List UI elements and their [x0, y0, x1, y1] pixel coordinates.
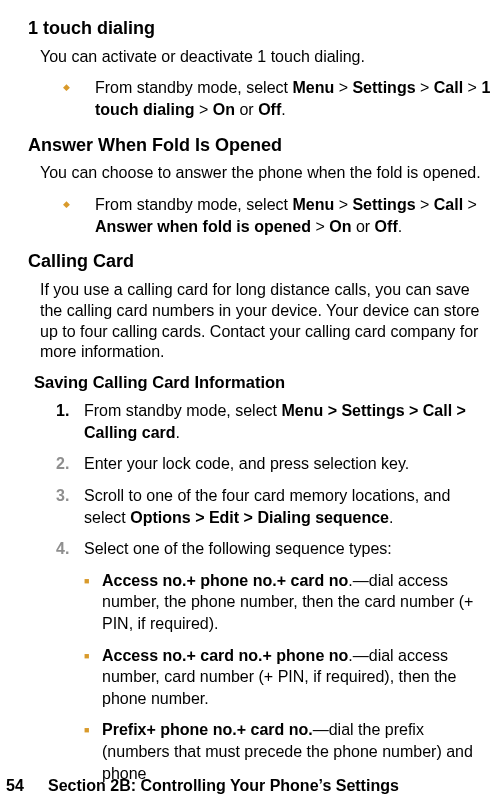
intro-1-touch: You can activate or deactivate 1 touch d… — [40, 47, 492, 68]
step-3: 3. Scroll to one of the four card memory… — [28, 485, 492, 528]
step-text: Scroll to one of the four card memory lo… — [84, 485, 492, 528]
square-icon: ■ — [84, 645, 102, 661]
square-icon: ■ — [84, 719, 102, 735]
heading-answer-fold: Answer When Fold Is Opened — [28, 135, 492, 156]
seq-option-b: ■ Access no.+ card no.+ phone no.—dial a… — [28, 645, 492, 710]
seq-option-a: ■ Access no.+ phone no.+ card no.—dial a… — [28, 570, 492, 635]
seq-text: Access no.+ card no.+ phone no.—dial acc… — [102, 645, 492, 710]
step-text: From standby mode, select Menu > Setting… — [84, 400, 492, 443]
step-number: 4. — [56, 538, 84, 560]
step-number: 1. — [56, 400, 84, 422]
page-number: 54 — [0, 777, 48, 795]
step-answer-fold: ◆ From standby mode, select Menu > Setti… — [28, 194, 492, 237]
seq-text: Prefix+ phone no.+ card no.—dial the pre… — [102, 719, 492, 784]
intro-answer-fold: You can choose to answer the phone when … — [40, 163, 492, 184]
step-text: From standby mode, select Menu > Setting… — [95, 77, 492, 120]
step-number: 3. — [56, 485, 84, 507]
seq-option-c: ■ Prefix+ phone no.+ card no.—dial the p… — [28, 719, 492, 784]
step-2: 2. Enter your lock code, and press selec… — [28, 453, 492, 475]
step-1-touch: ◆ From standby mode, select Menu > Setti… — [28, 77, 492, 120]
step-text: Enter your lock code, and press selectio… — [84, 453, 492, 475]
step-number: 2. — [56, 453, 84, 475]
footer-section-title: Section 2B: Controlling Your Phone’s Set… — [48, 777, 399, 795]
step-1: 1. From standby mode, select Menu > Sett… — [28, 400, 492, 443]
heading-calling-card: Calling Card — [28, 251, 492, 272]
seq-text: Access no.+ phone no.+ card no.—dial acc… — [102, 570, 492, 635]
page-footer: 54 Section 2B: Controlling Your Phone’s … — [0, 777, 502, 795]
step-text: Select one of the following sequence typ… — [84, 538, 492, 560]
heading-1-touch-dialing: 1 touch dialing — [28, 18, 492, 39]
square-icon: ■ — [84, 570, 102, 586]
intro-calling-card: If you use a calling card for long dista… — [40, 280, 492, 363]
diamond-icon: ◆ — [63, 194, 95, 209]
subheading-saving-cc: Saving Calling Card Information — [34, 373, 492, 392]
step-4: 4. Select one of the following sequence … — [28, 538, 492, 560]
diamond-icon: ◆ — [63, 77, 95, 92]
step-text: From standby mode, select Menu > Setting… — [95, 194, 492, 237]
